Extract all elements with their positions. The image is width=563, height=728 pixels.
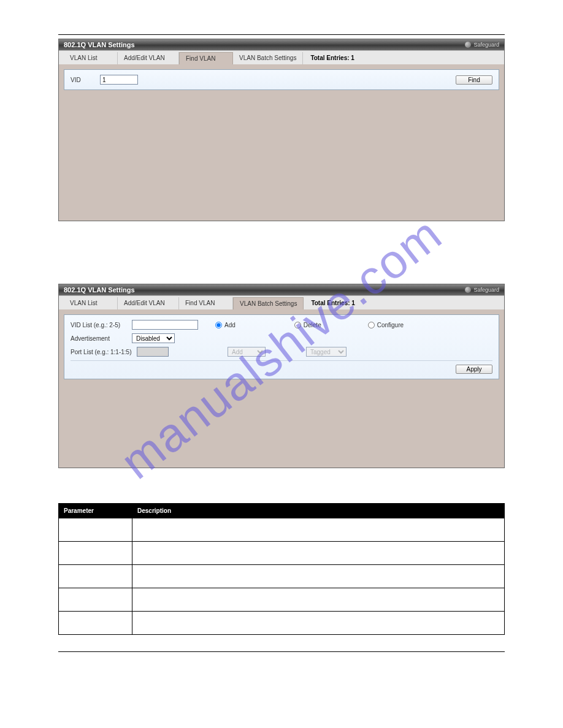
param-header-parameter: Parameter <box>59 504 132 518</box>
footer-rule <box>58 651 505 652</box>
tab-vlan-list[interactable]: VLAN List <box>64 52 118 64</box>
batch-lead: To create, delete and configure a VLAN B… <box>58 273 505 280</box>
tab-add-edit-vlan[interactable]: Add/Edit VLAN <box>118 52 179 64</box>
table-row: Tagged Specify the port as 802.1Q tagged… <box>59 588 505 612</box>
vid-label: VID <box>71 77 95 83</box>
tab-find-vlan[interactable]: Find VLAN <box>179 297 233 309</box>
vid-list-label: VID List (e.g.: 2-5) <box>71 322 127 328</box>
apply-note: Click the Apply button to accept the cha… <box>58 640 505 646</box>
tab-add-edit-vlan[interactable]: Add/Edit VLAN <box>118 297 179 309</box>
tab-vlan-batch-settings[interactable]: VLAN Batch Settings <box>233 297 304 309</box>
safeguard-badge: Safeguard <box>465 287 499 293</box>
radio-configure-label: Configure <box>377 322 404 328</box>
find-button[interactable]: Find <box>456 75 492 85</box>
advertisement-select[interactable]: Disabled <box>132 333 175 343</box>
document-header: xStack® DGS-3620 Series Layer 3 Managed … <box>58 25 505 31</box>
safeguard-label: Safeguard <box>473 42 499 48</box>
param-desc: Specify the port as 802.1Q tagged. Use t… <box>132 588 505 612</box>
param-header-description: Description <box>132 504 505 518</box>
panel-body-batch: VID List (e.g.: 2-5) Add Delete <box>59 309 504 468</box>
figure-caption-2: Figure 4-4 802.1Q VLAN Settings – VLAN B… <box>58 473 505 479</box>
tab-vlan-list[interactable]: VLAN List <box>64 297 118 309</box>
param-name: Port List <box>59 565 132 588</box>
radio-configure[interactable] <box>368 322 375 328</box>
page-number: 77 <box>498 670 505 677</box>
parameter-table: Parameter Description VID List Enter a V… <box>58 503 505 635</box>
find-vlan-lead: Enter the VLAN ID number in the field of… <box>58 246 505 252</box>
safeguard-icon <box>465 42 471 48</box>
radio-configure-group[interactable]: Configure <box>368 322 404 328</box>
tab-vlan-batch-settings[interactable]: VLAN Batch Settings <box>233 52 303 64</box>
radio-delete[interactable] <box>294 322 301 328</box>
port-action-select: Add <box>228 347 266 357</box>
port-tag-select: Tagged <box>306 347 347 357</box>
vid-input[interactable] <box>100 75 138 85</box>
page-footer: 77 <box>0 670 563 696</box>
figure-caption-1: Figure 4-3 802.1Q VLAN Settings – Find V… <box>58 226 505 232</box>
radio-delete-label: Delete <box>304 322 321 328</box>
tab-find-vlan[interactable]: Find VLAN <box>179 52 233 64</box>
param-name: VID List <box>59 518 132 542</box>
vid-list-input[interactable] <box>132 320 198 330</box>
table-lead-text: The fields that can be configured are de… <box>58 493 505 499</box>
param-desc: Enter a VLAN ID List that can be added, … <box>132 518 505 542</box>
param-desc: Specify the port as 802.1Q untagged. Use… <box>132 612 505 635</box>
total-entries-label: Total Entries: 1 <box>303 52 362 64</box>
panel-title: 802.1Q VLAN Settings <box>64 286 135 294</box>
table-row: Advertisement Enabling this function wil… <box>59 542 505 565</box>
param-desc: Enabling this function will allow the Sw… <box>132 542 505 565</box>
batch-form-box: VID List (e.g.: 2-5) Add Delete <box>64 314 499 379</box>
total-entries-label: Total Entries: 1 <box>304 297 362 309</box>
safeguard-icon <box>465 287 471 293</box>
safeguard-badge: Safeguard <box>465 42 499 48</box>
vlan-settings-panel-find: 802.1Q VLAN Settings Safeguard VLAN List… <box>58 39 505 221</box>
radio-add-label: Add <box>224 322 236 328</box>
header-rule <box>58 34 505 35</box>
port-list-input <box>137 347 169 357</box>
param-desc: Allows an individual port list to be add… <box>132 565 505 588</box>
panel-titlebar: 802.1Q VLAN Settings Safeguard <box>59 39 504 50</box>
advertisement-label: Advertisement <box>71 335 127 342</box>
table-row: Port List Allows an individual port list… <box>59 565 505 588</box>
table-row: VID List Enter a VLAN ID List that can b… <box>59 518 505 542</box>
param-name: Tagged <box>59 588 132 612</box>
panel-titlebar: 802.1Q VLAN Settings Safeguard <box>59 284 504 295</box>
tab-bar: VLAN List Add/Edit VLAN Find VLAN VLAN B… <box>59 50 504 64</box>
form-divider <box>71 360 492 361</box>
find-form-box: VID Find <box>64 69 499 90</box>
panel-title: 802.1Q VLAN Settings <box>64 41 135 48</box>
param-name: Advertisement <box>59 542 132 565</box>
port-list-label: Port List (e.g.: 1:1-1:5) <box>71 349 132 355</box>
panel-body-find: VID Find <box>59 64 504 221</box>
vlan-settings-panel-batch: 802.1Q VLAN Settings Safeguard VLAN List… <box>58 284 505 468</box>
safeguard-label: Safeguard <box>473 287 499 293</box>
radio-add-group[interactable]: Add <box>215 322 236 328</box>
table-row: Untagged Specify the port as 802.1Q unta… <box>59 612 505 635</box>
radio-add[interactable] <box>215 322 222 328</box>
apply-button[interactable]: Apply <box>456 365 492 374</box>
param-name: Untagged <box>59 612 132 635</box>
radio-delete-group[interactable]: Delete <box>294 322 321 328</box>
tab-bar: VLAN List Add/Edit VLAN Find VLAN VLAN B… <box>59 295 504 309</box>
